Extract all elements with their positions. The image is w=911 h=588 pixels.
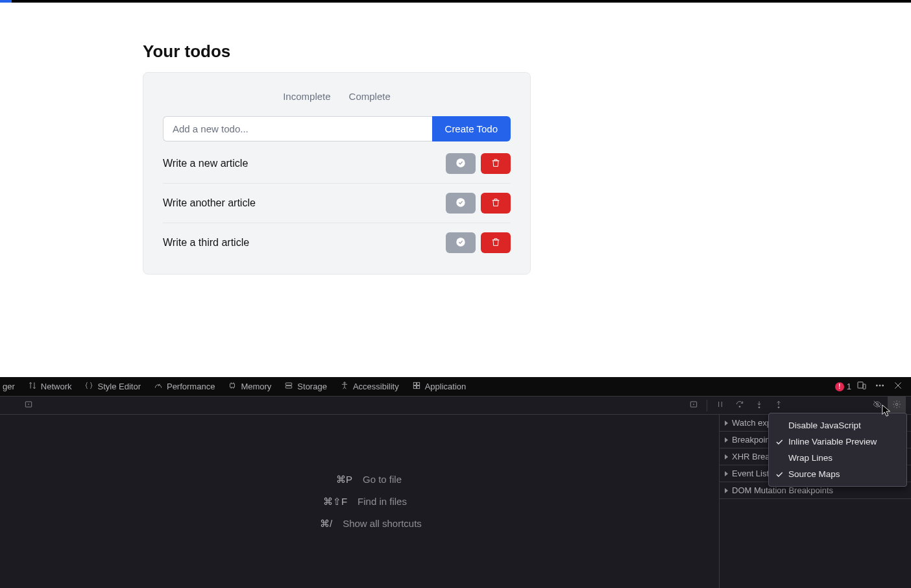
shortcut-label: Find in files bbox=[358, 496, 407, 507]
separator bbox=[707, 400, 707, 411]
tab-label: Memory bbox=[241, 382, 271, 391]
tab-label: Style Editor bbox=[97, 382, 140, 391]
section-label: DOM Mutation Breakpoints bbox=[732, 485, 833, 495]
menu-wrap-lines[interactable]: Wrap Lines bbox=[769, 450, 906, 466]
create-todo-row: Create Todo bbox=[163, 116, 511, 141]
storage-icon bbox=[284, 381, 293, 392]
svg-rect-12 bbox=[863, 384, 866, 389]
chevron-right-icon bbox=[725, 437, 728, 443]
responsive-mode-button[interactable] bbox=[854, 379, 869, 395]
delete-button[interactable] bbox=[481, 193, 511, 214]
svg-rect-7 bbox=[413, 382, 416, 385]
todo-row: Write another article bbox=[163, 184, 511, 223]
menu-inline-variable-preview[interactable]: Inline Variable Preview bbox=[769, 434, 906, 450]
debugger-toolbar bbox=[0, 397, 911, 415]
svg-point-6 bbox=[344, 382, 345, 384]
chevron-right-icon bbox=[725, 488, 728, 493]
pause-icon bbox=[716, 400, 725, 411]
svg-point-13 bbox=[876, 385, 877, 386]
menu-label: Disable JavaScript bbox=[788, 421, 861, 430]
tab-network[interactable]: Network bbox=[21, 377, 79, 396]
tab-label: Accessibility bbox=[353, 382, 399, 391]
shortcut-key: ⌘P bbox=[317, 474, 352, 485]
tab-debugger[interactable]: ger bbox=[0, 377, 21, 396]
step-over-icon bbox=[735, 400, 744, 411]
svg-point-14 bbox=[879, 385, 881, 386]
tab-complete[interactable]: Complete bbox=[349, 91, 391, 102]
tab-storage[interactable]: Storage bbox=[278, 377, 334, 396]
tab-label: Performance bbox=[167, 382, 215, 391]
todo-row: Write a third article bbox=[163, 223, 511, 262]
svg-point-2 bbox=[456, 238, 465, 246]
tab-application[interactable]: Application bbox=[406, 377, 473, 396]
outline-toggle-button[interactable] bbox=[19, 397, 38, 415]
svg-point-1 bbox=[456, 198, 465, 206]
svg-point-18 bbox=[739, 406, 740, 408]
trash-icon bbox=[491, 158, 501, 170]
svg-rect-11 bbox=[858, 382, 863, 388]
step-out-button[interactable] bbox=[770, 397, 788, 415]
progress-indicator bbox=[0, 0, 12, 3]
eye-slash-icon bbox=[873, 400, 882, 411]
svg-point-15 bbox=[882, 385, 884, 386]
svg-point-0 bbox=[456, 158, 465, 167]
complete-button[interactable] bbox=[446, 153, 476, 174]
shortcut-goto-file: ⌘P Go to file bbox=[317, 474, 402, 485]
todos-card: Incomplete Complete Create Todo Write a … bbox=[143, 72, 531, 275]
accessibility-icon bbox=[340, 381, 349, 392]
tab-incomplete[interactable]: Incomplete bbox=[283, 91, 330, 102]
error-icon bbox=[835, 382, 844, 391]
tab-style-editor[interactable]: Style Editor bbox=[78, 377, 147, 396]
svg-point-19 bbox=[759, 407, 760, 408]
tab-accessibility[interactable]: Accessibility bbox=[334, 377, 406, 396]
menu-disable-javascript[interactable]: Disable JavaScript bbox=[769, 417, 906, 434]
menu-label: Wrap Lines bbox=[788, 453, 832, 463]
shortcut-label: Go to file bbox=[363, 474, 402, 485]
devtools-tab-bar: ger Network Style Editor Performance Mem… bbox=[0, 377, 911, 397]
svg-rect-3 bbox=[230, 384, 235, 387]
menu-source-maps[interactable]: Source Maps bbox=[769, 466, 906, 482]
check-circle-icon bbox=[455, 197, 466, 210]
todo-text: Write another article bbox=[163, 197, 441, 209]
expand-panes-button[interactable] bbox=[685, 397, 703, 415]
tab-label: Storage bbox=[297, 382, 327, 391]
step-in-icon bbox=[755, 400, 764, 411]
shortcut-key: ⌘⇧F bbox=[312, 496, 347, 508]
svg-rect-5 bbox=[286, 386, 292, 389]
check-circle-icon bbox=[455, 237, 466, 249]
step-over-button[interactable] bbox=[731, 397, 749, 415]
filter-tabs: Incomplete Complete bbox=[163, 91, 511, 102]
tab-label: Application bbox=[425, 382, 467, 391]
new-todo-input[interactable] bbox=[163, 116, 432, 141]
debugger-settings-menu: Disable JavaScript Inline Variable Previ… bbox=[768, 413, 907, 487]
more-icon bbox=[875, 380, 885, 393]
tab-performance[interactable]: Performance bbox=[147, 377, 221, 396]
complete-button[interactable] bbox=[446, 232, 476, 253]
delete-button[interactable] bbox=[481, 232, 511, 253]
shortcut-find-in-files: ⌘⇧F Find in files bbox=[312, 496, 407, 508]
trash-icon bbox=[491, 237, 501, 249]
svg-rect-9 bbox=[413, 386, 416, 389]
step-in-button[interactable] bbox=[750, 397, 768, 415]
deactivate-breakpoints-button[interactable] bbox=[868, 397, 886, 415]
svg-point-22 bbox=[895, 403, 898, 406]
tab-memory[interactable]: Memory bbox=[221, 377, 278, 396]
close-devtools-button[interactable] bbox=[890, 379, 906, 395]
debugger-settings-button[interactable] bbox=[888, 397, 906, 415]
devtools-tabs-left: ger Network Style Editor Performance Mem… bbox=[0, 377, 472, 396]
svg-point-20 bbox=[778, 407, 779, 408]
window-top-strip bbox=[0, 0, 911, 3]
devtools-tabs-right: 1 bbox=[835, 377, 911, 396]
memory-icon bbox=[228, 381, 237, 392]
error-count[interactable]: 1 bbox=[835, 382, 851, 391]
application-icon bbox=[412, 381, 421, 392]
complete-button[interactable] bbox=[446, 193, 476, 214]
page-title: Your todos bbox=[143, 42, 911, 62]
more-button[interactable] bbox=[872, 379, 888, 395]
pause-button[interactable] bbox=[711, 397, 729, 415]
delete-button[interactable] bbox=[481, 153, 511, 174]
panel-collapse-icon bbox=[24, 400, 33, 411]
create-todo-button[interactable]: Create Todo bbox=[432, 116, 511, 141]
svg-rect-10 bbox=[417, 386, 419, 389]
shortcut-label: Show all shortcuts bbox=[343, 518, 422, 529]
